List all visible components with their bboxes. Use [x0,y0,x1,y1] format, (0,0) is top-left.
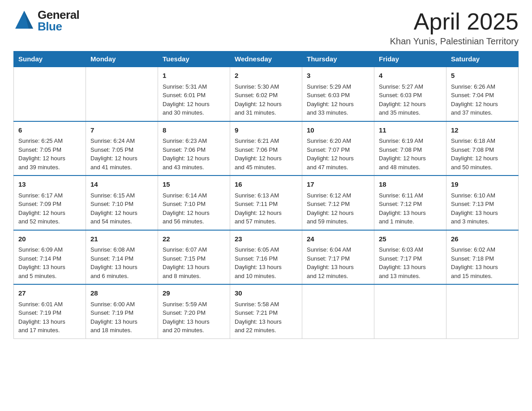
calendar-column-header: Tuesday [158,51,230,67]
calendar-column-header: Saturday [446,51,519,67]
calendar-day-cell: 20Sunrise: 6:09 AMSunset: 7:14 PMDayligh… [14,230,86,285]
calendar-day-cell: 12Sunrise: 6:18 AMSunset: 7:08 PMDayligh… [446,121,519,176]
calendar-day-cell: 2Sunrise: 5:30 AMSunset: 6:02 PMDaylight… [230,67,302,121]
day-number: 23 [235,234,297,244]
day-number: 24 [307,234,369,244]
day-info: Sunrise: 6:14 AMSunset: 7:10 PMDaylight:… [163,191,225,226]
day-info: Sunrise: 6:03 AMSunset: 7:17 PMDaylight:… [379,245,442,280]
day-number: 18 [379,180,442,190]
day-info: Sunrise: 6:08 AMSunset: 7:14 PMDaylight:… [90,245,153,280]
day-number: 30 [235,288,297,299]
day-number: 1 [163,71,225,81]
calendar-header: SundayMondayTuesdayWednesdayThursdayFrid… [14,51,519,67]
logo-general-text: General [38,9,79,21]
calendar-day-cell: 4Sunrise: 5:27 AMSunset: 6:03 PMDaylight… [374,67,446,121]
day-info: Sunrise: 6:23 AMSunset: 7:06 PMDaylight:… [163,137,225,171]
day-info: Sunrise: 6:09 AMSunset: 7:14 PMDaylight:… [18,245,81,280]
calendar-day-cell: 1Sunrise: 5:31 AMSunset: 6:01 PMDaylight… [158,67,230,121]
calendar-week-row: 20Sunrise: 6:09 AMSunset: 7:14 PMDayligh… [14,230,519,285]
calendar-body: 1Sunrise: 5:31 AMSunset: 6:01 PMDaylight… [14,67,519,338]
day-info: Sunrise: 6:25 AMSunset: 7:05 PMDaylight:… [18,137,81,171]
day-number: 28 [90,288,153,299]
logo-icon [13,9,35,32]
page-header: General Blue April 2025 Khan Yunis, Pale… [13,9,519,47]
calendar-day-cell [374,284,446,338]
calendar-week-row: 27Sunrise: 6:01 AMSunset: 7:19 PMDayligh… [14,284,519,338]
title-block: April 2025 Khan Yunis, Palestinian Terri… [390,9,519,47]
day-number: 7 [90,125,153,136]
calendar-day-cell: 29Sunrise: 5:59 AMSunset: 7:20 PMDayligh… [158,284,230,338]
day-info: Sunrise: 6:11 AMSunset: 7:12 PMDaylight:… [379,191,442,226]
calendar-day-cell: 3Sunrise: 5:29 AMSunset: 6:03 PMDaylight… [302,67,374,121]
calendar-day-cell: 18Sunrise: 6:11 AMSunset: 7:12 PMDayligh… [374,176,446,230]
day-number: 6 [18,125,81,136]
calendar-day-cell: 27Sunrise: 6:01 AMSunset: 7:19 PMDayligh… [14,284,86,338]
calendar-table: SundayMondayTuesdayWednesdayThursdayFrid… [13,51,519,339]
day-info: Sunrise: 5:29 AMSunset: 6:03 PMDaylight:… [307,82,369,117]
day-number: 14 [90,180,153,190]
day-info: Sunrise: 5:27 AMSunset: 6:03 PMDaylight:… [379,82,442,117]
calendar-day-cell: 9Sunrise: 6:21 AMSunset: 7:06 PMDaylight… [230,121,302,176]
calendar-day-cell: 5Sunrise: 6:26 AMSunset: 7:04 PMDaylight… [446,67,519,121]
calendar-day-cell: 15Sunrise: 6:14 AMSunset: 7:10 PMDayligh… [158,176,230,230]
day-info: Sunrise: 6:01 AMSunset: 7:19 PMDaylight:… [18,300,81,335]
calendar-day-cell: 14Sunrise: 6:15 AMSunset: 7:10 PMDayligh… [86,176,158,230]
calendar-day-cell: 25Sunrise: 6:03 AMSunset: 7:17 PMDayligh… [374,230,446,285]
day-info: Sunrise: 6:05 AMSunset: 7:16 PMDaylight:… [235,245,297,280]
calendar-day-cell: 22Sunrise: 6:07 AMSunset: 7:15 PMDayligh… [158,230,230,285]
day-number: 15 [163,180,225,190]
calendar-day-cell [302,284,374,338]
calendar-day-cell: 19Sunrise: 6:10 AMSunset: 7:13 PMDayligh… [446,176,519,230]
day-number: 20 [18,234,81,244]
day-number: 26 [451,234,514,244]
calendar-day-cell: 30Sunrise: 5:58 AMSunset: 7:21 PMDayligh… [230,284,302,338]
calendar-week-row: 1Sunrise: 5:31 AMSunset: 6:01 PMDaylight… [14,67,519,121]
day-info: Sunrise: 6:04 AMSunset: 7:17 PMDaylight:… [307,245,369,280]
day-info: Sunrise: 6:07 AMSunset: 7:15 PMDaylight:… [163,245,225,280]
day-info: Sunrise: 5:31 AMSunset: 6:01 PMDaylight:… [163,82,225,117]
day-number: 2 [235,71,297,81]
calendar-day-cell: 13Sunrise: 6:17 AMSunset: 7:09 PMDayligh… [14,176,86,230]
calendar-day-cell: 28Sunrise: 6:00 AMSunset: 7:19 PMDayligh… [86,284,158,338]
day-number: 5 [451,71,514,81]
day-info: Sunrise: 5:58 AMSunset: 7:21 PMDaylight:… [235,300,297,335]
day-number: 13 [18,180,81,190]
calendar-day-cell: 24Sunrise: 6:04 AMSunset: 7:17 PMDayligh… [302,230,374,285]
calendar-day-cell: 16Sunrise: 6:13 AMSunset: 7:11 PMDayligh… [230,176,302,230]
day-info: Sunrise: 6:00 AMSunset: 7:19 PMDaylight:… [90,300,153,335]
calendar-day-cell [14,67,86,121]
day-info: Sunrise: 6:20 AMSunset: 7:07 PMDaylight:… [307,137,369,171]
day-number: 16 [235,180,297,190]
day-info: Sunrise: 6:24 AMSunset: 7:05 PMDaylight:… [90,137,153,171]
day-info: Sunrise: 5:30 AMSunset: 6:02 PMDaylight:… [235,82,297,117]
calendar-column-header: Friday [374,51,446,67]
day-number: 29 [163,288,225,299]
logo-name: General Blue [38,9,79,32]
calendar-header-row: SundayMondayTuesdayWednesdayThursdayFrid… [14,51,519,67]
day-number: 3 [307,71,369,81]
calendar-day-cell: 6Sunrise: 6:25 AMSunset: 7:05 PMDaylight… [14,121,86,176]
calendar-day-cell: 26Sunrise: 6:02 AMSunset: 7:18 PMDayligh… [446,230,519,285]
logo-blue-text: Blue [38,21,79,32]
calendar-column-header: Thursday [302,51,374,67]
calendar-week-row: 13Sunrise: 6:17 AMSunset: 7:09 PMDayligh… [14,176,519,230]
day-info: Sunrise: 6:18 AMSunset: 7:08 PMDaylight:… [451,137,514,171]
page-subtitle: Khan Yunis, Palestinian Territory [390,36,519,47]
calendar-column-header: Wednesday [230,51,302,67]
calendar-day-cell: 8Sunrise: 6:23 AMSunset: 7:06 PMDaylight… [158,121,230,176]
calendar-column-header: Monday [86,51,158,67]
day-info: Sunrise: 6:12 AMSunset: 7:12 PMDaylight:… [307,191,369,226]
day-number: 21 [90,234,153,244]
day-number: 27 [18,288,81,299]
calendar-day-cell: 11Sunrise: 6:19 AMSunset: 7:08 PMDayligh… [374,121,446,176]
calendar-day-cell: 23Sunrise: 6:05 AMSunset: 7:16 PMDayligh… [230,230,302,285]
day-info: Sunrise: 6:02 AMSunset: 7:18 PMDaylight:… [451,245,514,280]
calendar-day-cell: 7Sunrise: 6:24 AMSunset: 7:05 PMDaylight… [86,121,158,176]
day-info: Sunrise: 6:13 AMSunset: 7:11 PMDaylight:… [235,191,297,226]
day-info: Sunrise: 5:59 AMSunset: 7:20 PMDaylight:… [163,300,225,335]
day-number: 8 [163,125,225,136]
calendar-day-cell: 17Sunrise: 6:12 AMSunset: 7:12 PMDayligh… [302,176,374,230]
page-title: April 2025 [390,9,519,34]
day-info: Sunrise: 6:15 AMSunset: 7:10 PMDaylight:… [90,191,153,226]
day-number: 12 [451,125,514,136]
